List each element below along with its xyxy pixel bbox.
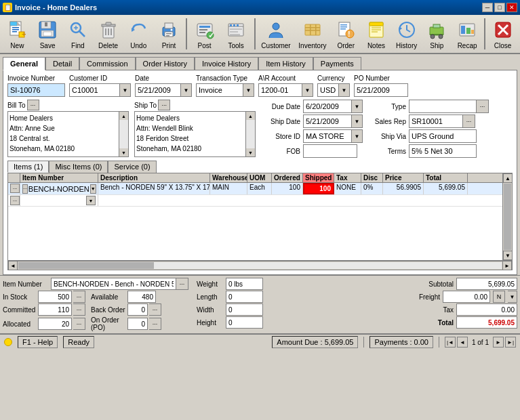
sub-tab-items[interactable]: Items (1) xyxy=(7,161,49,173)
due-date-input[interactable] xyxy=(303,100,352,113)
ship-to-scroll-down[interactable]: ▼ xyxy=(246,148,255,156)
toolbar-order-button[interactable]: ! Order xyxy=(332,16,361,51)
in-stock-input[interactable] xyxy=(38,291,72,303)
sub-tab-misc[interactable]: Misc Items (0) xyxy=(49,161,108,173)
allocated-btn[interactable]: ··· xyxy=(73,318,85,330)
back-order-btn[interactable]: ··· xyxy=(149,303,161,316)
item-number-btn[interactable]: ··· xyxy=(176,278,188,290)
ship-to-scroll-up[interactable]: ▲ xyxy=(246,112,255,120)
toolbar-recap-button[interactable]: Recap xyxy=(453,16,482,51)
subtotal-input[interactable] xyxy=(456,278,517,290)
tab-commission[interactable]: Commission xyxy=(79,57,136,70)
currency-dropdown[interactable]: ▼ xyxy=(339,83,350,97)
freight-n-button[interactable]: N xyxy=(493,291,505,303)
new-row-dropdown[interactable]: ▼ xyxy=(86,196,96,205)
minimize-button[interactable]: ─ xyxy=(482,3,493,12)
toolbar-customer-button[interactable]: Customer xyxy=(258,16,294,51)
maximize-button[interactable]: □ xyxy=(494,3,505,12)
length-input[interactable] xyxy=(226,291,263,303)
ship-date-input[interactable] xyxy=(303,114,352,128)
transaction-type-dropdown[interactable]: ▼ xyxy=(243,83,254,97)
sales-rep-input[interactable] xyxy=(409,114,463,128)
cell-row-btn[interactable]: ··· xyxy=(8,183,20,194)
width-input[interactable] xyxy=(226,303,263,316)
scroll-up[interactable]: ▲ xyxy=(503,173,513,183)
due-date-dropdown[interactable]: ▼ xyxy=(352,100,363,113)
ar-account-dropdown[interactable]: ▼ xyxy=(302,83,313,97)
freight-dropdown[interactable]: ▼ xyxy=(508,291,517,303)
new-row[interactable]: ··· ▼ xyxy=(8,195,512,207)
tab-invoice-history[interactable]: Invoice History xyxy=(195,57,258,70)
toolbar-post-button[interactable]: ✓ Post xyxy=(190,16,219,51)
customer-id-dropdown[interactable]: ▼ xyxy=(120,83,131,97)
terms-input[interactable] xyxy=(409,144,477,158)
store-id-input[interactable] xyxy=(303,129,352,143)
back-order-input[interactable] xyxy=(127,303,148,316)
toolbar-close-button[interactable]: Close xyxy=(488,16,517,51)
currency-input[interactable] xyxy=(317,83,339,97)
tab-item-history[interactable]: Item History xyxy=(258,57,313,70)
po-number-input[interactable] xyxy=(354,83,408,97)
ship-to-button[interactable]: ··· xyxy=(158,100,170,110)
total-input[interactable] xyxy=(456,316,517,329)
tab-general[interactable]: General xyxy=(3,57,45,70)
toolbar-history-button[interactable]: History xyxy=(392,16,421,51)
on-order-input[interactable] xyxy=(127,318,148,330)
toolbar-undo-button[interactable]: Undo xyxy=(124,16,153,51)
toolbar-save-button[interactable]: Save xyxy=(33,16,62,51)
page-first-btn[interactable]: |◄ xyxy=(445,337,456,348)
ship-date-dropdown[interactable]: ▼ xyxy=(352,114,363,128)
height-input[interactable] xyxy=(226,316,263,329)
sales-rep-button[interactable]: ··· xyxy=(463,114,475,128)
hscroll-thumb[interactable] xyxy=(18,262,154,269)
committed-input[interactable] xyxy=(38,303,72,316)
page-last-btn[interactable]: ►| xyxy=(505,337,516,348)
ship-via-input[interactable] xyxy=(409,129,477,143)
hscroll-right[interactable]: ► xyxy=(502,261,512,270)
on-order-btn[interactable]: ··· xyxy=(149,318,161,330)
toolbar-tools-button[interactable]: Tools xyxy=(220,16,252,51)
weight-input[interactable] xyxy=(226,278,263,290)
tab-payments[interactable]: Payments xyxy=(313,57,361,70)
type-input[interactable] xyxy=(409,100,477,113)
freight-input[interactable] xyxy=(443,291,490,303)
toolbar-notes-button[interactable]: Notes xyxy=(362,16,391,51)
new-row-btn[interactable]: ··· xyxy=(8,195,20,206)
bill-to-button[interactable]: ··· xyxy=(27,100,39,110)
page-prev-btn[interactable]: ◄ xyxy=(457,337,468,348)
bottom-item-number-input[interactable] xyxy=(51,278,176,290)
toolbar-inventory-button[interactable]: Inventory xyxy=(295,16,330,51)
close-window-button[interactable]: ✕ xyxy=(506,3,517,12)
scroll-down[interactable]: ▼ xyxy=(503,251,513,260)
bill-to-scroll-down[interactable]: ▼ xyxy=(119,148,128,156)
toolbar-ship-button[interactable]: Ship xyxy=(422,16,452,51)
date-input[interactable] xyxy=(135,83,181,97)
horizontal-scrollbar[interactable]: ◄ ► xyxy=(7,261,513,270)
tab-detail[interactable]: Detail xyxy=(45,57,79,70)
hscroll-left[interactable]: ◄ xyxy=(8,261,18,270)
table-row[interactable]: ··· ··· BENCH-NORDEN ▼ Bench - NORDEN 59… xyxy=(8,183,512,195)
page-next-btn[interactable]: ► xyxy=(493,337,504,348)
store-id-dropdown[interactable]: ▼ xyxy=(352,129,363,143)
item-dropdown-btn[interactable]: ▼ xyxy=(90,184,96,194)
allocated-input[interactable] xyxy=(38,318,72,330)
tab-order-history[interactable]: Order History xyxy=(136,57,195,70)
type-button[interactable]: ··· xyxy=(477,100,489,113)
invoice-number-input[interactable] xyxy=(7,83,65,97)
committed-btn[interactable]: ··· xyxy=(73,303,85,316)
tax-input[interactable] xyxy=(456,303,517,316)
ar-account-input[interactable] xyxy=(258,83,302,97)
bill-to-scroll-up[interactable]: ▲ xyxy=(119,112,128,120)
grid-scrollbar[interactable]: ▲ ▼ xyxy=(502,173,512,260)
item-lookup-btn[interactable]: ··· xyxy=(22,184,28,194)
toolbar-print-button[interactable]: Print xyxy=(155,16,184,51)
toolbar-new-button[interactable]: + New xyxy=(3,16,32,51)
toolbar-delete-button[interactable]: Delete xyxy=(94,16,123,51)
toolbar-find-button[interactable]: Find xyxy=(63,16,92,51)
available-input[interactable] xyxy=(127,291,156,303)
sub-tab-service[interactable]: Service (0) xyxy=(108,161,156,173)
in-stock-btn[interactable]: ··· xyxy=(73,291,85,303)
transaction-type-input[interactable] xyxy=(196,83,243,97)
scroll-thumb[interactable] xyxy=(504,184,511,250)
customer-id-input[interactable] xyxy=(69,83,120,97)
